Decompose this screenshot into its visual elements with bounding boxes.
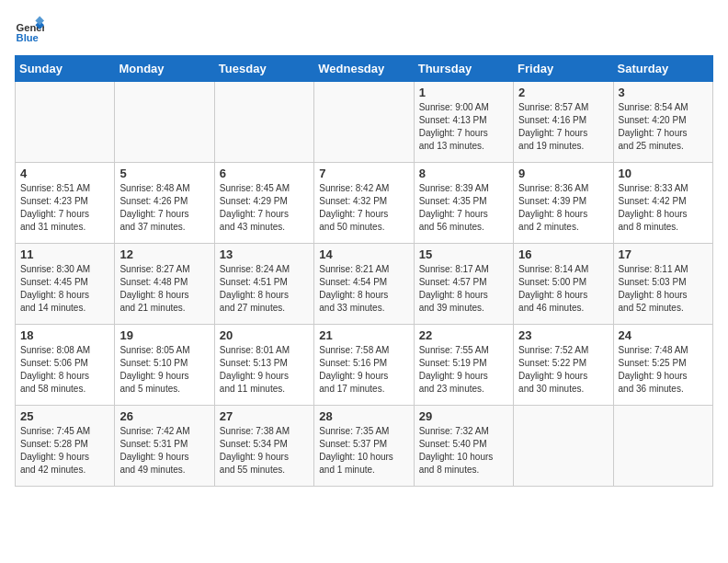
calendar-cell: 26Sunrise: 7:42 AM Sunset: 5:31 PM Dayli… bbox=[115, 406, 214, 487]
calendar-cell: 6Sunrise: 8:45 AM Sunset: 4:29 PM Daylig… bbox=[214, 163, 313, 244]
day-number: 24 bbox=[619, 328, 708, 342]
day-info: Sunrise: 8:27 AM Sunset: 4:48 PM Dayligh… bbox=[119, 263, 209, 315]
day-info: Sunrise: 8:08 AM Sunset: 5:06 PM Dayligh… bbox=[20, 344, 109, 396]
day-number: 2 bbox=[518, 86, 608, 99]
day-header-thursday: Thursday bbox=[414, 56, 513, 82]
day-info: Sunrise: 8:39 AM Sunset: 4:35 PM Dayligh… bbox=[419, 182, 508, 234]
day-info: Sunrise: 8:33 AM Sunset: 4:42 PM Dayligh… bbox=[619, 182, 708, 234]
day-info: Sunrise: 8:05 AM Sunset: 5:10 PM Dayligh… bbox=[119, 344, 209, 396]
calendar-cell bbox=[16, 82, 115, 163]
day-number: 6 bbox=[220, 167, 309, 180]
day-number: 15 bbox=[419, 247, 508, 261]
calendar-cell: 12Sunrise: 8:27 AM Sunset: 4:48 PM Dayli… bbox=[115, 244, 214, 325]
day-number: 8 bbox=[419, 167, 508, 180]
calendar-cell: 19Sunrise: 8:05 AM Sunset: 5:10 PM Dayli… bbox=[115, 325, 214, 406]
week-row-5: 25Sunrise: 7:45 AM Sunset: 5:28 PM Dayli… bbox=[16, 406, 713, 487]
calendar-cell: 3Sunrise: 8:54 AM Sunset: 4:20 PM Daylig… bbox=[613, 82, 712, 163]
day-number: 7 bbox=[319, 167, 408, 180]
day-info: Sunrise: 8:54 AM Sunset: 4:20 PM Dayligh… bbox=[619, 101, 708, 153]
day-info: Sunrise: 8:17 AM Sunset: 4:57 PM Dayligh… bbox=[419, 263, 508, 315]
day-info: Sunrise: 7:32 AM Sunset: 5:40 PM Dayligh… bbox=[419, 425, 508, 477]
day-number: 21 bbox=[319, 328, 408, 342]
logo: General Blue bbox=[15, 15, 44, 44]
day-info: Sunrise: 8:48 AM Sunset: 4:26 PM Dayligh… bbox=[119, 182, 209, 234]
day-number: 23 bbox=[518, 328, 608, 342]
day-number: 11 bbox=[20, 247, 109, 261]
day-info: Sunrise: 7:45 AM Sunset: 5:28 PM Dayligh… bbox=[20, 425, 109, 477]
day-number: 5 bbox=[119, 167, 209, 180]
calendar-cell: 14Sunrise: 8:21 AM Sunset: 4:54 PM Dayli… bbox=[314, 244, 414, 325]
calendar-cell bbox=[613, 406, 712, 487]
calendar-cell: 21Sunrise: 7:58 AM Sunset: 5:16 PM Dayli… bbox=[314, 325, 414, 406]
calendar-cell: 22Sunrise: 7:55 AM Sunset: 5:19 PM Dayli… bbox=[414, 325, 513, 406]
day-info: Sunrise: 8:57 AM Sunset: 4:16 PM Dayligh… bbox=[518, 101, 608, 153]
calendar-table: SundayMondayTuesdayWednesdayThursdayFrid… bbox=[15, 55, 713, 487]
day-info: Sunrise: 8:11 AM Sunset: 5:03 PM Dayligh… bbox=[619, 263, 708, 315]
week-row-2: 4Sunrise: 8:51 AM Sunset: 4:23 PM Daylig… bbox=[16, 163, 713, 244]
day-info: Sunrise: 8:36 AM Sunset: 4:39 PM Dayligh… bbox=[518, 182, 608, 234]
day-number: 10 bbox=[619, 167, 708, 180]
calendar-cell: 27Sunrise: 7:38 AM Sunset: 5:34 PM Dayli… bbox=[214, 406, 313, 487]
day-info: Sunrise: 8:14 AM Sunset: 5:00 PM Dayligh… bbox=[518, 263, 608, 315]
svg-text:Blue: Blue bbox=[17, 32, 39, 43]
day-number: 18 bbox=[20, 328, 109, 342]
week-row-4: 18Sunrise: 8:08 AM Sunset: 5:06 PM Dayli… bbox=[16, 325, 713, 406]
calendar-cell: 7Sunrise: 8:42 AM Sunset: 4:32 PM Daylig… bbox=[314, 163, 414, 244]
day-info: Sunrise: 8:51 AM Sunset: 4:23 PM Dayligh… bbox=[20, 182, 109, 234]
calendar-cell: 9Sunrise: 8:36 AM Sunset: 4:39 PM Daylig… bbox=[514, 163, 613, 244]
day-number: 13 bbox=[220, 247, 309, 261]
day-number: 16 bbox=[518, 247, 608, 261]
day-info: Sunrise: 8:21 AM Sunset: 4:54 PM Dayligh… bbox=[319, 263, 408, 315]
calendar-cell bbox=[514, 406, 613, 487]
calendar-cell: 17Sunrise: 8:11 AM Sunset: 5:03 PM Dayli… bbox=[613, 244, 712, 325]
day-number: 19 bbox=[119, 328, 209, 342]
calendar-cell: 20Sunrise: 8:01 AM Sunset: 5:13 PM Dayli… bbox=[214, 325, 313, 406]
day-number: 9 bbox=[518, 167, 608, 180]
day-info: Sunrise: 7:48 AM Sunset: 5:25 PM Dayligh… bbox=[619, 344, 708, 396]
day-number: 28 bbox=[319, 409, 408, 423]
calendar-cell bbox=[214, 82, 313, 163]
day-number: 20 bbox=[220, 328, 309, 342]
day-info: Sunrise: 8:42 AM Sunset: 4:32 PM Dayligh… bbox=[319, 182, 408, 234]
calendar-cell bbox=[314, 82, 414, 163]
day-number: 22 bbox=[419, 328, 508, 342]
page-header: General Blue bbox=[15, 15, 713, 44]
day-info: Sunrise: 7:55 AM Sunset: 5:19 PM Dayligh… bbox=[419, 344, 508, 396]
day-info: Sunrise: 7:58 AM Sunset: 5:16 PM Dayligh… bbox=[319, 344, 408, 396]
calendar-cell: 1Sunrise: 9:00 AM Sunset: 4:13 PM Daylig… bbox=[414, 82, 513, 163]
day-info: Sunrise: 7:52 AM Sunset: 5:22 PM Dayligh… bbox=[518, 344, 608, 396]
day-header-monday: Monday bbox=[115, 56, 214, 82]
logo-icon: General Blue bbox=[15, 15, 44, 44]
week-row-1: 1Sunrise: 9:00 AM Sunset: 4:13 PM Daylig… bbox=[16, 82, 713, 163]
calendar-cell: 10Sunrise: 8:33 AM Sunset: 4:42 PM Dayli… bbox=[613, 163, 712, 244]
calendar-header-row: SundayMondayTuesdayWednesdayThursdayFrid… bbox=[16, 56, 713, 82]
calendar-cell: 25Sunrise: 7:45 AM Sunset: 5:28 PM Dayli… bbox=[16, 406, 115, 487]
calendar-cell: 8Sunrise: 8:39 AM Sunset: 4:35 PM Daylig… bbox=[414, 163, 513, 244]
day-number: 3 bbox=[619, 86, 708, 99]
day-number: 1 bbox=[419, 86, 508, 99]
day-number: 17 bbox=[619, 247, 708, 261]
day-info: Sunrise: 8:24 AM Sunset: 4:51 PM Dayligh… bbox=[220, 263, 309, 315]
calendar-cell: 29Sunrise: 7:32 AM Sunset: 5:40 PM Dayli… bbox=[414, 406, 513, 487]
day-number: 14 bbox=[319, 247, 408, 261]
day-info: Sunrise: 9:00 AM Sunset: 4:13 PM Dayligh… bbox=[419, 101, 508, 153]
day-number: 25 bbox=[20, 409, 109, 423]
day-info: Sunrise: 8:45 AM Sunset: 4:29 PM Dayligh… bbox=[220, 182, 309, 234]
day-number: 4 bbox=[20, 167, 109, 180]
calendar-cell: 16Sunrise: 8:14 AM Sunset: 5:00 PM Dayli… bbox=[514, 244, 613, 325]
calendar-cell: 28Sunrise: 7:35 AM Sunset: 5:37 PM Dayli… bbox=[314, 406, 414, 487]
calendar-body: 1Sunrise: 9:00 AM Sunset: 4:13 PM Daylig… bbox=[16, 82, 713, 487]
day-info: Sunrise: 7:38 AM Sunset: 5:34 PM Dayligh… bbox=[220, 425, 309, 477]
calendar-cell: 18Sunrise: 8:08 AM Sunset: 5:06 PM Dayli… bbox=[16, 325, 115, 406]
calendar-cell: 24Sunrise: 7:48 AM Sunset: 5:25 PM Dayli… bbox=[613, 325, 712, 406]
calendar-cell: 5Sunrise: 8:48 AM Sunset: 4:26 PM Daylig… bbox=[115, 163, 214, 244]
week-row-3: 11Sunrise: 8:30 AM Sunset: 4:45 PM Dayli… bbox=[16, 244, 713, 325]
calendar-cell: 23Sunrise: 7:52 AM Sunset: 5:22 PM Dayli… bbox=[514, 325, 613, 406]
day-info: Sunrise: 7:35 AM Sunset: 5:37 PM Dayligh… bbox=[319, 425, 408, 477]
calendar-cell: 15Sunrise: 8:17 AM Sunset: 4:57 PM Dayli… bbox=[414, 244, 513, 325]
day-number: 29 bbox=[419, 409, 508, 423]
day-number: 27 bbox=[220, 409, 309, 423]
day-header-friday: Friday bbox=[514, 56, 613, 82]
day-header-tuesday: Tuesday bbox=[214, 56, 313, 82]
day-number: 26 bbox=[119, 409, 209, 423]
